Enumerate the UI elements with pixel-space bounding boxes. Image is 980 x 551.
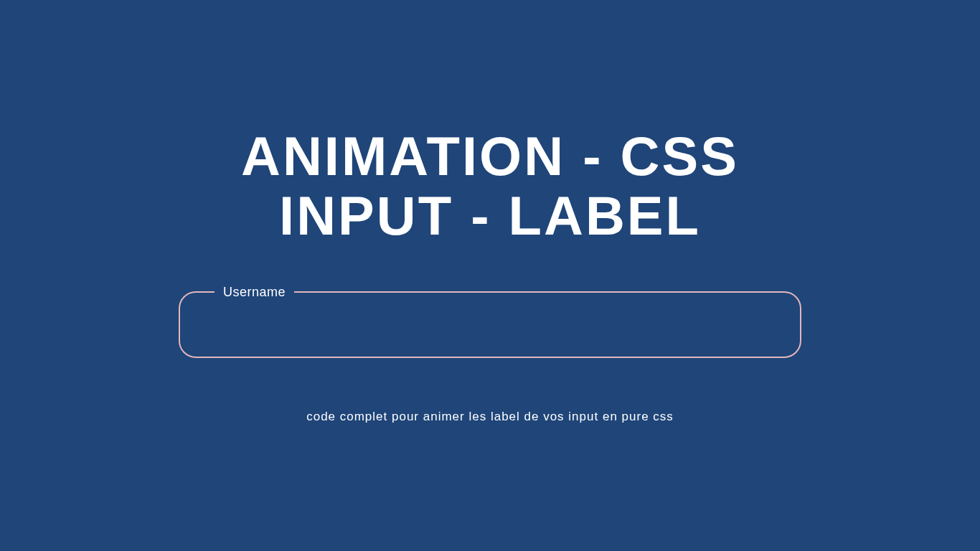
username-label: Username: [215, 285, 294, 300]
username-fieldset: Username: [179, 285, 801, 358]
title-line-1: ANIMATION - CSS: [241, 126, 739, 187]
title-line-2: INPUT - LABEL: [279, 185, 701, 246]
username-input-container: Username: [179, 285, 801, 358]
username-input[interactable]: [180, 300, 800, 357]
page-description: code complet pour animer les label de vo…: [306, 410, 674, 424]
page-title: ANIMATION - CSS INPUT - LABEL: [241, 127, 739, 245]
